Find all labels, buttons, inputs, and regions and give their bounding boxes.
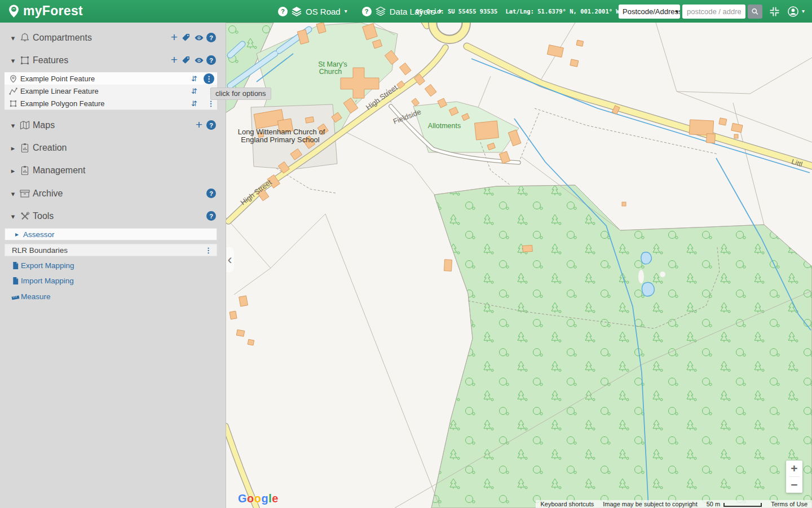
label-church: St Mary's: [318, 60, 347, 68]
add-compartment-button[interactable]: +: [169, 33, 179, 43]
reorder-icon[interactable]: ⇵: [191, 99, 197, 108]
layers-outline-icon: [376, 6, 386, 16]
eye-icon[interactable]: [194, 55, 204, 65]
zoom-in-button[interactable]: +: [786, 461, 802, 476]
basemap-help-icon[interactable]: ?: [278, 7, 288, 16]
import-file-icon: [11, 277, 20, 285]
map-pin-icon: [8, 4, 20, 19]
basemap: St Mary's Church High Street High Street…: [226, 23, 812, 508]
bell-icon: [19, 32, 30, 43]
label-school2: England Primary School: [241, 135, 320, 144]
report-icon: [19, 142, 30, 154]
export-mapping-link[interactable]: Export Mapping: [0, 260, 226, 271]
tools-icon: [19, 211, 30, 222]
caret-down-icon: ▾: [345, 8, 347, 14]
search-type-select[interactable]: Postcode/Address ▾: [619, 5, 680, 19]
ruler-icon: [11, 292, 20, 301]
measure-link[interactable]: Measure: [0, 291, 226, 302]
map-attribution: Keyboard shortcuts Image may be subject …: [536, 500, 812, 508]
eye-icon[interactable]: [194, 33, 204, 43]
google-logo: Google: [238, 492, 279, 505]
reorder-icon[interactable]: ⇵: [191, 87, 197, 95]
section-features[interactable]: ▾ Features + ?: [0, 53, 226, 68]
terms-of-use-link[interactable]: Terms of Use: [766, 501, 812, 507]
caret-right-icon[interactable]: ▸: [9, 167, 17, 175]
polygon-icon: [19, 55, 30, 66]
os-grid-readout: OS Grid: SU 55455 93535: [416, 8, 497, 15]
scale-readout: 50 m: [702, 501, 766, 507]
section-management[interactable]: ▸ Management: [0, 163, 226, 178]
label-school: Long Wittenham Church of: [238, 128, 325, 136]
latlng-readout: Lat/Lng: 51.6379° N, 001.2001° W: [505, 8, 619, 15]
compartments-help-icon[interactable]: ?: [206, 33, 216, 42]
section-compartments[interactable]: ▾ Compartments + ?: [0, 30, 226, 45]
report-icon: [19, 165, 30, 176]
map-canvas[interactable]: St Mary's Church High Street High Street…: [226, 23, 812, 508]
export-file-icon: [11, 261, 20, 270]
features-help-icon[interactable]: ?: [206, 55, 216, 65]
tag-icon[interactable]: [182, 33, 192, 43]
search-icon: [751, 7, 759, 16]
maps-help-icon[interactable]: ?: [206, 120, 216, 130]
feature-row-linear[interactable]: Example Linear Feature ⇵ ⋮: [5, 85, 217, 98]
caret-right-icon: ▸: [15, 230, 19, 238]
archive-help-icon[interactable]: ?: [206, 189, 216, 198]
map-icon: [19, 120, 30, 131]
basemap-select[interactable]: OS Road: [306, 7, 341, 16]
brand-name: myForest: [23, 3, 83, 19]
point-feature-options-button[interactable]: ⋮: [204, 73, 214, 84]
caret-down-icon[interactable]: ▾: [9, 121, 17, 130]
section-tools[interactable]: ▾ Tools ?: [0, 209, 226, 224]
datalayers-help-icon[interactable]: ?: [362, 7, 372, 16]
brand-logo[interactable]: myForest: [8, 3, 83, 19]
scale-bar: [723, 503, 762, 507]
sidebar: ▾ Compartments + ? ▾ Features +: [0, 23, 226, 508]
zoom-control: + −: [786, 461, 802, 493]
postcode-search-input[interactable]: [682, 5, 745, 19]
label-church2: Church: [319, 68, 342, 76]
layers-icon: [292, 6, 302, 16]
caret-down-icon: ▾: [802, 8, 805, 14]
rlr-boundaries-row[interactable]: RLR Boundaries ⋮: [5, 244, 217, 256]
linear-feature-icon: [9, 87, 17, 95]
reorder-icon[interactable]: ⇵: [191, 75, 197, 83]
polygon-feature-icon: [9, 99, 17, 108]
add-feature-button[interactable]: +: [169, 55, 179, 65]
tools-help-icon[interactable]: ?: [206, 211, 216, 221]
point-feature-icon: [9, 75, 17, 83]
zoom-out-button[interactable]: −: [786, 477, 802, 493]
caret-right-icon[interactable]: ▸: [9, 144, 17, 152]
tag-icon[interactable]: [182, 55, 192, 65]
assessor-row[interactable]: ▸ Assessor: [5, 228, 217, 240]
rlr-options-button[interactable]: ⋮: [205, 246, 212, 255]
add-map-button[interactable]: +: [194, 120, 204, 130]
copyright-notice: Image may be subject to copyright: [598, 501, 702, 507]
label-allotments: Allotments: [428, 122, 461, 130]
section-maps[interactable]: ▾ Maps + ?: [0, 118, 226, 133]
caret-down-icon[interactable]: ▾: [9, 56, 17, 65]
section-archive[interactable]: ▾ Archive ?: [0, 186, 226, 201]
options-tooltip: click for options: [210, 87, 271, 100]
search-button[interactable]: [748, 5, 762, 19]
keyboard-shortcuts-link[interactable]: Keyboard shortcuts: [536, 501, 598, 507]
import-mapping-link[interactable]: Import Mapping: [0, 275, 226, 286]
feature-row-polygon[interactable]: Example Polygon Feature ⇵ ⋮: [5, 97, 217, 110]
user-account-icon[interactable]: [787, 6, 799, 17]
archive-icon: [19, 188, 30, 199]
caret-down-icon[interactable]: ▾: [9, 34, 17, 42]
app-header: myForest ? OS Road ▾ ? Data Layers ▾ OS …: [0, 0, 812, 23]
feature-row-point[interactable]: Example Point Feature ⇵ ⋮: [5, 72, 217, 85]
caret-down-icon: ▾: [676, 9, 678, 15]
chevron-left-icon: ‹: [228, 252, 232, 268]
sidebar-collapse-handle[interactable]: ‹: [226, 247, 234, 272]
section-creation[interactable]: ▸ Creation: [0, 141, 226, 155]
caret-down-icon[interactable]: ▾: [9, 190, 17, 198]
compress-icon[interactable]: [769, 6, 780, 17]
caret-down-icon[interactable]: ▾: [9, 212, 17, 221]
